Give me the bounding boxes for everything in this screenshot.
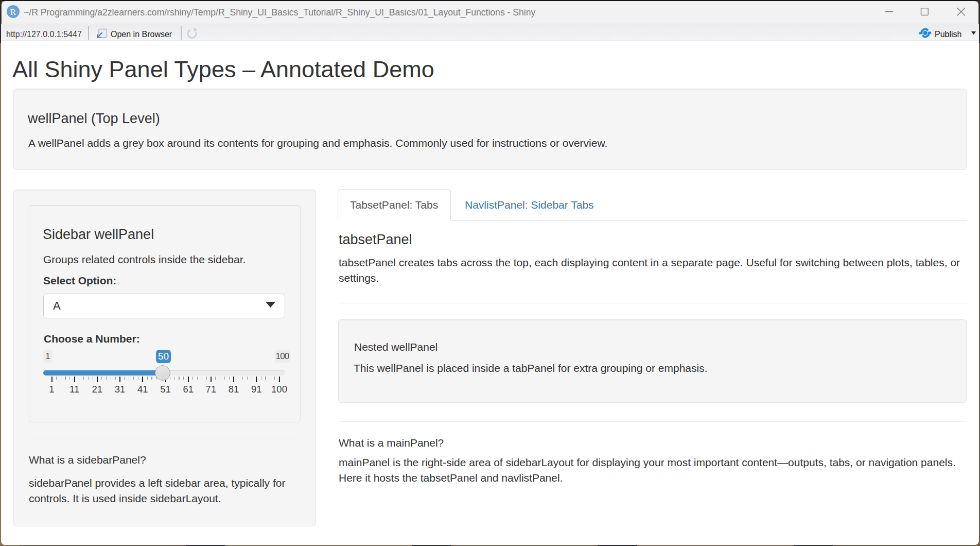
svg-text:R: R	[10, 7, 16, 17]
